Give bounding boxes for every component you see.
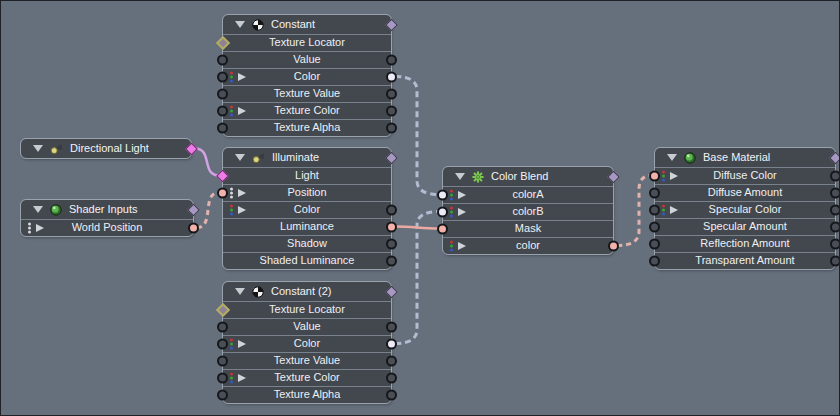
wire-illuminate-to-color-blend[interactable]: [395, 227, 439, 229]
port-row-colorb[interactable]: colorB: [443, 203, 613, 220]
port-row-diffuse-color[interactable]: Diffuse Color: [655, 167, 835, 184]
port-row-specular-amount[interactable]: Specular Amount: [655, 218, 835, 235]
port-row-colora[interactable]: colorA: [443, 186, 613, 203]
output-socket[interactable]: [386, 355, 397, 366]
port-label: Value: [223, 51, 391, 68]
port-row-diffuse-amount[interactable]: Diffuse Amount: [655, 184, 835, 201]
port-row-color[interactable]: color: [443, 237, 613, 254]
output-socket[interactable]: [830, 238, 840, 249]
port-label: Light: [223, 167, 391, 184]
port-label: Texture Color: [223, 369, 391, 386]
port-label: Specular Color: [655, 201, 835, 218]
output-socket[interactable]: [386, 105, 397, 116]
output-socket[interactable]: [830, 187, 840, 198]
node-constant[interactable]: ConstantTexture LocatorValueColorTexture…: [223, 15, 391, 136]
output-socket[interactable]: [386, 338, 397, 349]
port-label: World Position: [21, 219, 193, 236]
output-socket[interactable]: [386, 389, 397, 400]
wire-shader-inputs-to-illuminate[interactable]: [197, 193, 219, 228]
output-socket[interactable]: [830, 221, 840, 232]
port-label: color: [443, 237, 613, 254]
collapse-triangle-icon[interactable]: [33, 206, 43, 213]
output-socket[interactable]: [386, 122, 397, 133]
port-label: Texture Value: [223, 85, 391, 102]
output-socket[interactable]: [608, 240, 619, 251]
port-label: Shaded Luminance: [223, 252, 391, 269]
port-row-luminance[interactable]: Luminance: [223, 218, 391, 235]
output-socket[interactable]: [386, 88, 397, 99]
port-label: Texture Alpha: [223, 386, 391, 403]
port-row-color[interactable]: Color: [223, 335, 391, 352]
output-socket[interactable]: [188, 222, 199, 233]
port-row-transparent-amount[interactable]: Transparent Amount: [655, 252, 835, 269]
port-label: Value: [223, 318, 391, 335]
wire-constant-2-to-color-blend[interactable]: [395, 212, 439, 344]
node-graph-canvas[interactable]: ConstantTexture LocatorValueColorTexture…: [0, 0, 840, 416]
wire-directional-light-to-illuminate[interactable]: [195, 149, 219, 176]
node-title: Color Blend: [491, 167, 548, 186]
collapse-triangle-icon[interactable]: [235, 154, 245, 161]
node-header-base-material[interactable]: Base Material: [655, 148, 835, 167]
node-shader-inputs[interactable]: Shader InputsWorld Position: [21, 200, 193, 236]
output-socket[interactable]: [386, 255, 397, 266]
collapse-triangle-icon[interactable]: [235, 288, 245, 295]
output-socket[interactable]: [386, 204, 397, 215]
output-socket[interactable]: [830, 204, 840, 215]
output-socket[interactable]: [386, 238, 397, 249]
node-base-material[interactable]: Base MaterialDiffuse ColorDiffuse Amount…: [655, 148, 835, 269]
output-socket[interactable]: [830, 255, 840, 266]
port-row-color[interactable]: Color: [223, 68, 391, 85]
port-row-shaded-luminance[interactable]: Shaded Luminance: [223, 252, 391, 269]
node-illuminate[interactable]: IlluminateLightPositionColorLuminanceSha…: [223, 148, 391, 269]
port-row-light[interactable]: Light: [223, 167, 391, 184]
node-directional-light[interactable]: Directional Light: [21, 139, 191, 158]
green-ball-icon: [684, 152, 696, 164]
port-row-texture-color[interactable]: Texture Color: [223, 369, 391, 386]
output-socket[interactable]: [386, 54, 397, 65]
port-row-texture-color[interactable]: Texture Color: [223, 102, 391, 119]
wire-constant-to-color-blend[interactable]: [395, 77, 439, 195]
port-row-world-position[interactable]: World Position: [21, 219, 193, 236]
port-row-specular-color[interactable]: Specular Color: [655, 201, 835, 218]
port-row-shadow[interactable]: Shadow: [223, 235, 391, 252]
port-label: Color: [223, 201, 391, 218]
node-constant-2[interactable]: Constant (2)Texture LocatorValueColorTex…: [223, 282, 391, 403]
port-label: Transparent Amount: [655, 252, 835, 269]
checker-ball-icon: [252, 19, 264, 31]
port-label: colorA: [443, 186, 613, 203]
port-row-color[interactable]: Color: [223, 201, 391, 218]
node-header-constant[interactable]: Constant: [223, 15, 391, 34]
output-socket[interactable]: [386, 221, 397, 232]
collapse-triangle-icon[interactable]: [33, 145, 43, 152]
port-row-texture-value[interactable]: Texture Value: [223, 85, 391, 102]
node-header-color-blend[interactable]: Color Blend: [443, 167, 613, 186]
port-row-texture-locator[interactable]: Texture Locator: [223, 34, 391, 51]
port-row-texture-value[interactable]: Texture Value: [223, 352, 391, 369]
collapse-triangle-icon[interactable]: [455, 173, 465, 180]
port-label: Luminance: [223, 218, 391, 235]
node-header-constant-2[interactable]: Constant (2): [223, 282, 391, 301]
node-header-shader-inputs[interactable]: Shader Inputs: [21, 200, 193, 219]
port-label: Shadow: [223, 235, 391, 252]
output-socket[interactable]: [830, 170, 840, 181]
port-row-reflection-amount[interactable]: Reflection Amount: [655, 235, 835, 252]
port-row-texture-locator[interactable]: Texture Locator: [223, 301, 391, 318]
output-socket[interactable]: [386, 71, 397, 82]
node-color-blend[interactable]: Color BlendcolorAcolorBMaskcolor: [443, 167, 613, 254]
port-label: Reflection Amount: [655, 235, 835, 252]
node-header-directional-light[interactable]: Directional Light: [21, 139, 191, 158]
wire-color-blend-to-base-material[interactable]: [617, 176, 651, 246]
port-label: Texture Value: [223, 352, 391, 369]
node-header-illuminate[interactable]: Illuminate: [223, 148, 391, 167]
output-socket[interactable]: [386, 372, 397, 383]
port-label: Diffuse Color: [655, 167, 835, 184]
port-row-value[interactable]: Value: [223, 51, 391, 68]
port-row-texture-alpha[interactable]: Texture Alpha: [223, 386, 391, 403]
port-row-position[interactable]: Position: [223, 184, 391, 201]
port-row-mask[interactable]: Mask: [443, 220, 613, 237]
collapse-triangle-icon[interactable]: [235, 21, 245, 28]
output-socket[interactable]: [386, 321, 397, 332]
port-row-value[interactable]: Value: [223, 318, 391, 335]
collapse-triangle-icon[interactable]: [667, 154, 677, 161]
port-row-texture-alpha[interactable]: Texture Alpha: [223, 119, 391, 136]
